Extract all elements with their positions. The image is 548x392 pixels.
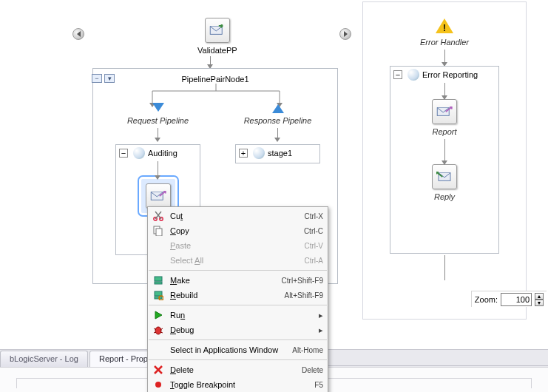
stage-icon bbox=[253, 147, 265, 159]
menu-rebuild[interactable]: RebuildAlt+Shift-F9 bbox=[148, 288, 328, 303]
reply-node-icon[interactable] bbox=[432, 164, 457, 189]
connector bbox=[444, 50, 445, 66]
nav-left-icon[interactable] bbox=[72, 28, 84, 40]
connector bbox=[444, 83, 445, 99]
stage-stage1-box[interactable]: + stage1 bbox=[235, 144, 320, 163]
debug-icon bbox=[152, 324, 164, 336]
zoom-input[interactable] bbox=[501, 293, 532, 306]
expand-icon[interactable]: − bbox=[393, 70, 402, 79]
stage-title: stage1 bbox=[268, 149, 292, 158]
arrow-up-icon bbox=[272, 103, 284, 113]
connector bbox=[158, 161, 158, 179]
connector bbox=[158, 128, 158, 141]
delete-icon bbox=[152, 364, 164, 376]
menu-cut[interactable]: CutCtrl-X bbox=[148, 209, 328, 223]
stage-icon bbox=[133, 147, 145, 159]
menu-select-all: Select AllCtrl-A bbox=[148, 253, 328, 268]
error-handler-title: Error Handler bbox=[420, 38, 469, 47]
zoom-down-icon[interactable]: ▼ bbox=[535, 300, 544, 306]
context-menu[interactable]: CutCtrl-X CopyCtrl-C PasteCtrl-V Select … bbox=[147, 206, 328, 392]
nav-right-icon[interactable] bbox=[339, 28, 351, 40]
collapse-down-icon[interactable]: ▾ bbox=[104, 74, 115, 83]
error-handler-box[interactable]: ! Error Handler − Error Reporting Report bbox=[362, 1, 527, 320]
expand-icon[interactable]: − bbox=[119, 149, 128, 158]
node-validatepp[interactable]: ValidatePP bbox=[197, 18, 237, 55]
stage-title: Auditing bbox=[148, 149, 177, 158]
menu-toggle-breakpoint[interactable]: Toggle BreakpointF5 bbox=[148, 377, 328, 392]
connector bbox=[277, 128, 278, 141]
expand-icon[interactable]: + bbox=[239, 149, 248, 158]
zoombar: Zoom: ▲ ▼ bbox=[471, 291, 547, 307]
svg-rect-9 bbox=[155, 282, 162, 284]
svg-rect-7 bbox=[156, 229, 162, 236]
collapse-handle-group[interactable]: − ▾ bbox=[92, 74, 115, 83]
breakpoint-icon bbox=[152, 379, 164, 391]
pipelinepair-title: PipelinePairNode1 bbox=[93, 72, 337, 84]
request-pipeline-title: Request Pipeline bbox=[127, 116, 189, 125]
arrow-down-icon bbox=[152, 103, 164, 113]
zoom-spinner[interactable]: ▲ ▼ bbox=[535, 293, 544, 306]
warning-icon: ! bbox=[436, 18, 453, 33]
zoom-up-icon[interactable]: ▲ bbox=[535, 293, 544, 300]
report-node-icon[interactable] bbox=[432, 99, 457, 124]
menu-run[interactable]: Run▸ bbox=[148, 308, 328, 322]
menu-make[interactable]: MakeCtrl+Shift-F9 bbox=[148, 273, 328, 288]
connector bbox=[210, 56, 211, 68]
run-icon bbox=[152, 309, 164, 321]
svg-rect-11 bbox=[155, 297, 162, 299]
make-icon bbox=[152, 274, 164, 286]
report-label: Report bbox=[432, 127, 456, 136]
paste-icon bbox=[152, 240, 164, 251]
svg-rect-8 bbox=[155, 277, 162, 281]
menu-delete[interactable]: DeleteDelete bbox=[148, 362, 328, 377]
response-pipeline-title: Response Pipeline bbox=[244, 116, 312, 125]
zoom-label: Zoom: bbox=[475, 295, 498, 304]
copy-icon bbox=[152, 225, 164, 237]
stage-icon bbox=[407, 69, 419, 81]
svg-point-18 bbox=[155, 382, 161, 388]
envelope-in-icon bbox=[205, 18, 230, 43]
cut-icon bbox=[152, 210, 164, 222]
menu-debug[interactable]: Debug▸ bbox=[148, 322, 328, 337]
node-label: ValidatePP bbox=[197, 46, 237, 55]
svg-point-13 bbox=[155, 327, 161, 334]
error-reporting-title: Error Reporting bbox=[422, 70, 478, 79]
menu-paste: PasteCtrl-V bbox=[148, 238, 328, 253]
error-reporting-box[interactable]: − Error Reporting Report Reply bbox=[390, 66, 499, 254]
reply-label: Reply bbox=[434, 192, 455, 201]
menu-select-in-applications[interactable]: Select in Applications WindowAlt-Home bbox=[148, 342, 328, 357]
collapse-left-icon[interactable]: − bbox=[92, 74, 102, 83]
rebuild-icon bbox=[152, 289, 164, 301]
connector bbox=[444, 139, 445, 164]
menu-copy[interactable]: CopyCtrl-C bbox=[148, 223, 328, 238]
response-pipeline-column: Response Pipeline + stage1 bbox=[235, 103, 320, 163]
envelope-out-icon bbox=[146, 183, 171, 209]
tab-log[interactable]: bLogicServer - Log bbox=[0, 351, 88, 367]
svg-rect-10 bbox=[155, 291, 162, 296]
connector bbox=[444, 255, 445, 280]
